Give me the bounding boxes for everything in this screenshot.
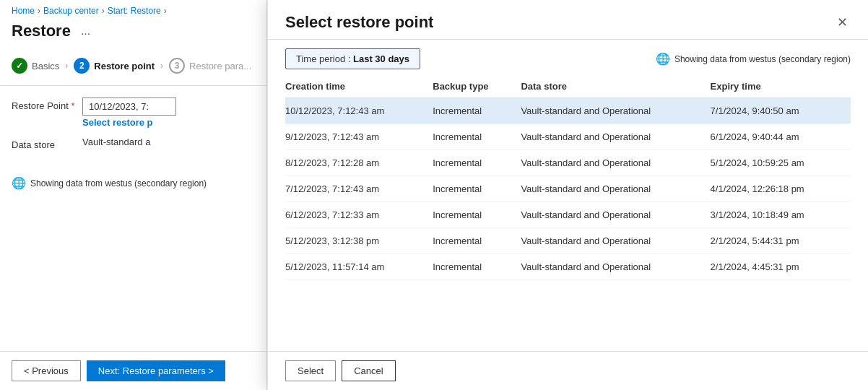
modal-footer: Select Cancel <box>268 351 868 390</box>
page-title: Restore <box>12 22 71 40</box>
table-row[interactable]: 9/12/2023, 7:12:43 amIncrementalVault-st… <box>285 124 851 150</box>
col-backup-type: Backup type <box>433 75 521 98</box>
time-period-label: Time period : <box>296 53 353 64</box>
form-section: Restore Point * 10/12/2023, 7: Select re… <box>0 86 266 170</box>
table-row[interactable]: 10/12/2023, 7:12:43 amIncrementalVault-s… <box>285 98 851 124</box>
table: Creation time Backup type Data store Exp… <box>285 75 851 280</box>
cell-expiry-time: 2/1/2024, 4:45:31 pm <box>711 254 851 280</box>
select-restore-point-panel: Select restore point ✕ Time period : Las… <box>267 0 868 390</box>
cell-creation-time: 5/12/2023, 11:57:14 am <box>285 254 433 280</box>
step-sep-2: › <box>160 61 163 71</box>
step-sep-1: › <box>65 61 68 71</box>
page-title-row: Restore ... <box>0 19 266 52</box>
breadcrumb-backup-center[interactable]: Backup center <box>43 6 99 16</box>
cell-expiry-time: 7/1/2024, 9:40:50 am <box>711 98 851 124</box>
breadcrumb-home[interactable]: Home <box>12 6 35 16</box>
table-row[interactable]: 5/12/2023, 11:57:14 amIncrementalVault-s… <box>285 254 851 280</box>
left-region-text: Showing data from westus (secondary regi… <box>30 178 207 188</box>
close-button[interactable]: ✕ <box>834 12 851 33</box>
cell-creation-time: 6/12/2023, 7:12:33 am <box>285 202 433 228</box>
globe-icon-right: 🌐 <box>656 52 670 66</box>
right-region-info: 🌐 Showing data from westus (secondary re… <box>656 52 851 66</box>
select-button[interactable]: Select <box>285 360 336 381</box>
table-body: 10/12/2023, 7:12:43 amIncrementalVault-s… <box>285 98 851 280</box>
cell-data-store: Vault-standard and Operational <box>521 176 710 202</box>
restore-point-label: Restore Point * <box>12 98 77 111</box>
cell-data-store: Vault-standard and Operational <box>521 98 710 124</box>
bottom-bar: < Previous Next: Restore parameters > <box>0 351 266 390</box>
table-row[interactable]: 7/12/2023, 7:12:43 amIncrementalVault-st… <box>285 176 851 202</box>
cell-backup-type: Incremental <box>433 254 521 280</box>
restore-point-row: Restore Point * 10/12/2023, 7: Select re… <box>12 98 255 128</box>
cell-data-store: Vault-standard and Operational <box>521 150 710 176</box>
cell-backup-type: Incremental <box>433 150 521 176</box>
step-restore-params: 3 Restore para... <box>169 58 251 74</box>
data-store-value: Vault-standard a <box>82 136 150 147</box>
cell-data-store: Vault-standard and Operational <box>521 254 710 280</box>
time-period-value: Last 30 days <box>353 53 409 64</box>
cell-backup-type: Incremental <box>433 176 521 202</box>
required-marker: * <box>71 100 74 111</box>
cell-creation-time: 8/12/2023, 7:12:28 am <box>285 150 433 176</box>
breadcrumb-sep1: › <box>38 6 40 16</box>
cell-expiry-time: 6/1/2024, 9:40:44 am <box>711 124 851 150</box>
step-restore-params-circle: 3 <box>169 58 185 74</box>
select-restore-link[interactable]: Select restore p <box>82 117 176 128</box>
step-restore-point-circle: 2 <box>74 58 90 74</box>
cell-expiry-time: 3/1/2024, 10:18:49 am <box>711 202 851 228</box>
cell-data-store: Vault-standard and Operational <box>521 124 710 150</box>
time-period-button[interactable]: Time period : Last 30 days <box>285 48 420 69</box>
data-store-row: Data store Vault-standard a <box>12 136 255 150</box>
breadcrumb-start-restore[interactable]: Start: Restore <box>108 6 161 16</box>
previous-button[interactable]: < Previous <box>12 360 81 381</box>
cancel-button[interactable]: Cancel <box>342 360 395 381</box>
breadcrumb: Home › Backup center › Start: Restore › <box>0 0 266 19</box>
cell-data-store: Vault-standard and Operational <box>521 228 710 254</box>
cell-expiry-time: 2/1/2024, 5:44:31 pm <box>711 228 851 254</box>
restore-point-value-group: 10/12/2023, 7: Select restore p <box>82 98 176 128</box>
step-restore-point-label: Restore point <box>94 61 155 72</box>
cell-expiry-time: 5/1/2024, 10:59:25 am <box>711 150 851 176</box>
breadcrumb-sep3: › <box>164 6 167 16</box>
modal-title: Select restore point <box>285 13 433 32</box>
cell-expiry-time: 4/1/2024, 12:26:18 pm <box>711 176 851 202</box>
cell-backup-type: Incremental <box>433 202 521 228</box>
table-row[interactable]: 8/12/2023, 7:12:28 amIncrementalVault-st… <box>285 150 851 176</box>
next-button[interactable]: Next: Restore parameters > <box>87 360 225 381</box>
cell-creation-time: 7/12/2023, 7:12:43 am <box>285 176 433 202</box>
cell-data-store: Vault-standard and Operational <box>521 202 710 228</box>
col-expiry-time: Expiry time <box>711 75 851 98</box>
step-basics-label: Basics <box>32 61 59 72</box>
col-data-store: Data store <box>521 75 710 98</box>
steps-bar: ✓ Basics › 2 Restore point › 3 Restore p… <box>0 52 266 86</box>
cell-backup-type: Incremental <box>433 98 521 124</box>
table-header-row: Creation time Backup type Data store Exp… <box>285 75 851 98</box>
cell-backup-type: Incremental <box>433 124 521 150</box>
restore-point-input[interactable]: 10/12/2023, 7: <box>82 98 176 116</box>
step-basics: ✓ Basics <box>12 58 59 74</box>
cell-backup-type: Incremental <box>433 228 521 254</box>
breadcrumb-sep2: › <box>102 6 105 16</box>
cell-creation-time: 9/12/2023, 7:12:43 am <box>285 124 433 150</box>
modal-header: Select restore point ✕ <box>268 0 868 40</box>
restore-point-table: Creation time Backup type Data store Exp… <box>268 75 868 351</box>
modal-toolbar: Time period : Last 30 days 🌐 Showing dat… <box>268 40 868 75</box>
cell-creation-time: 10/12/2023, 7:12:43 am <box>285 98 433 124</box>
right-region-text: Showing data from westus (secondary regi… <box>674 54 851 64</box>
globe-icon-left: 🌐 <box>12 176 26 190</box>
col-creation-time: Creation time <box>285 75 433 98</box>
step-restore-params-label: Restore para... <box>189 61 251 72</box>
table-row[interactable]: 6/12/2023, 7:12:33 amIncrementalVault-st… <box>285 202 851 228</box>
cell-creation-time: 5/12/2023, 3:12:38 pm <box>285 228 433 254</box>
table-header: Creation time Backup type Data store Exp… <box>285 75 851 98</box>
step-basics-circle: ✓ <box>12 58 27 74</box>
data-store-label: Data store <box>12 136 77 150</box>
table-row[interactable]: 5/12/2023, 3:12:38 pmIncrementalVault-st… <box>285 228 851 254</box>
left-region-info: 🌐 Showing data from westus (secondary re… <box>0 170 266 196</box>
step-restore-point: 2 Restore point <box>74 58 155 74</box>
ellipsis-button[interactable]: ... <box>77 23 95 39</box>
left-panel: Home › Backup center › Start: Restore › … <box>0 0 267 390</box>
